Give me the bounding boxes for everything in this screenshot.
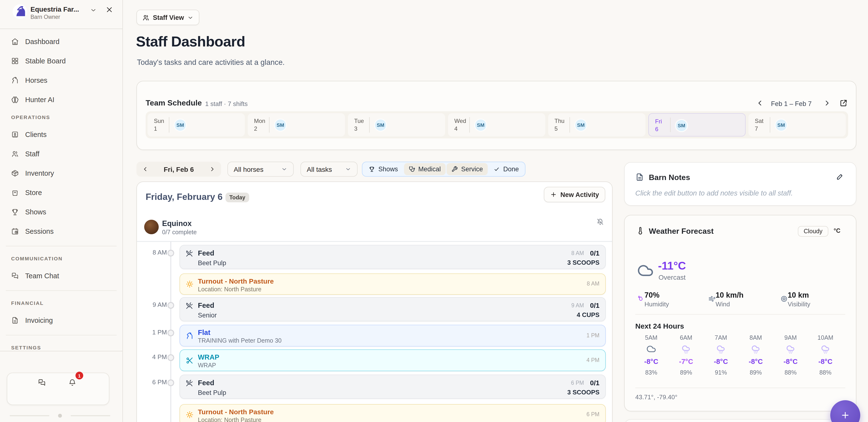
horse-icon [186, 332, 193, 339]
sidebar-item-inventory[interactable]: Inventory [0, 163, 122, 183]
current-temp: -11°C [658, 260, 686, 272]
activity-title: Feed [198, 301, 214, 309]
divider [469, 117, 470, 132]
activity-feed[interactable]: FeedBeet Pulp6 PM0/13 SCOOPS [180, 374, 606, 398]
activity-wrap[interactable]: WRAPWRAP4 PM [180, 350, 606, 371]
day-cell-sat[interactable]: Sat7SM [748, 113, 846, 137]
day-title: Friday, February 6 [146, 192, 223, 202]
day-cell-thu[interactable]: Thu5SM [548, 113, 645, 137]
activity-turnout[interactable]: Turnout - North PastureLocation: North P… [180, 404, 606, 422]
utensils-icon [186, 302, 193, 309]
sun-icon [186, 411, 193, 418]
sidebar-item-stable-board[interactable]: Stable Board [0, 51, 122, 71]
stat-value: 10 km [788, 291, 809, 300]
filter-chip-service[interactable]: Service [446, 163, 488, 175]
filter-chip-medical[interactable]: Medical [404, 163, 445, 175]
activity-time: 6 PM [586, 411, 599, 417]
horse-filter-select[interactable]: All horses [227, 162, 294, 177]
hour-forecast-5am: 5AM-8°C83% [634, 334, 669, 376]
time-label: 8 AM [137, 249, 167, 256]
activity-title: Feed [198, 249, 214, 257]
horse-avatar[interactable] [144, 220, 159, 234]
week-next-icon[interactable] [823, 99, 831, 107]
staff-badge[interactable]: SM [475, 119, 486, 130]
layout-grid-icon [11, 57, 19, 65]
bell-icon[interactable] [68, 379, 76, 387]
sidebar-item-team-chat[interactable]: Team Chat [0, 266, 122, 285]
activity-time: 8 AM [571, 250, 584, 256]
filter-chip-shows[interactable]: Shows [364, 163, 403, 175]
hour-forecast-6am: 6AM-7°C89% [669, 334, 704, 376]
day-cell-wed[interactable]: Wed4SM [448, 113, 545, 137]
weather-card: Weather Forecast Cloudy °C -11°C Overcas… [624, 215, 857, 411]
next-card-sliver [624, 419, 857, 422]
time-group-8am: 8 AMFeedBeet Pulp8 AM0/13 SCOOPSTurnout … [180, 245, 606, 295]
new-activity-button[interactable]: New Activity [544, 187, 605, 202]
sidebar-item-invoicing[interactable]: Invoicing [0, 311, 122, 330]
weather-condition-badge[interactable]: Cloudy [798, 226, 828, 237]
date-nav-label: Fri, Feb 6 [164, 165, 194, 173]
staff-badge[interactable]: SM [375, 119, 386, 130]
activity-count: 0/1 [590, 301, 599, 309]
horse-filter-value: All horses [234, 165, 264, 173]
activity-training[interactable]: FlatTRAINING with Peter Demo 301 PM [180, 325, 606, 346]
brain-icon [11, 96, 19, 103]
date-next-icon[interactable] [209, 166, 215, 172]
horse-name[interactable]: Equinox [162, 219, 192, 228]
sidebar-item-store[interactable]: Store [0, 183, 122, 202]
trophy-icon [11, 208, 19, 216]
sidebar-section-financial: FINANCIAL [11, 300, 44, 306]
sidebar-item-staff[interactable]: Staff [0, 144, 122, 163]
activity-feed[interactable]: FeedSenior9 AM0/14 CUPS [180, 297, 606, 321]
staff-badge[interactable]: SM [676, 120, 687, 131]
sidebar-close-icon[interactable] [105, 6, 113, 13]
week-prev-icon[interactable] [756, 99, 764, 107]
activity-title: Flat [198, 329, 211, 336]
activity-turnout[interactable]: Turnout - North PastureLocation: North P… [180, 273, 606, 295]
divider [770, 117, 770, 132]
messages-icon [11, 272, 19, 280]
task-filter-select[interactable]: All tasks [301, 162, 358, 177]
day-cell-fri[interactable]: Fri6SM [648, 113, 746, 137]
task-filter-value: All tasks [307, 165, 332, 173]
view-switcher-button[interactable]: Staff View [136, 10, 199, 25]
activity-subtitle: TRAINING with Peter Demo 30 [198, 337, 282, 344]
staff-badge[interactable]: SM [275, 119, 286, 130]
hour-forecast-10am: 10AM-8°C88% [808, 334, 843, 376]
activity-feed[interactable]: FeedBeet Pulp8 AM0/13 SCOOPS [180, 245, 606, 269]
time-group-4pm: 4 PMWRAPWRAP4 PM [180, 350, 606, 371]
plus-icon [550, 191, 557, 198]
staff-badge[interactable]: SM [776, 119, 787, 130]
org-chevron-down-icon[interactable] [90, 7, 97, 13]
org-name[interactable]: Equestria Far... [30, 5, 85, 13]
day-cell-sun[interactable]: Sun1SM [148, 113, 245, 137]
handle-dot [58, 414, 62, 418]
activity-title: Feed [198, 379, 214, 386]
sidebar-item-shows[interactable]: Shows [0, 202, 122, 222]
sidebar-item-clients[interactable]: Clients [0, 125, 122, 144]
day-cell-tue[interactable]: Tue3SM [348, 113, 445, 137]
sidebar-item-dashboard[interactable]: Dashboard [0, 32, 122, 51]
stat-label: Visibility [788, 301, 810, 308]
wrench-icon [452, 166, 458, 172]
sidebar-item-horses[interactable]: Horses [0, 71, 122, 90]
filter-chip-done[interactable]: Done [489, 163, 524, 175]
weather-unit[interactable]: °C [834, 228, 840, 234]
cloud-icon [637, 262, 654, 279]
notification-badge: 1 [75, 372, 83, 380]
sidebar-item-sessions[interactable]: Sessions [0, 222, 122, 241]
staff-dashboard-page: Equestria Far... Barn Owner DashboardSta… [0, 0, 868, 422]
task-type-filter-group: ShowsMedicalServiceDone [362, 162, 526, 177]
horse-row: Equinox 0/7 complete [137, 216, 612, 241]
sidebar-item-hunter-ai[interactable]: Hunter AI [0, 90, 122, 109]
staff-badge[interactable]: SM [575, 119, 586, 130]
date-prev-icon[interactable] [142, 166, 149, 172]
edit-pencil-icon[interactable] [836, 173, 844, 181]
chat-bubbles-icon[interactable] [38, 379, 46, 387]
sidebar: Equestria Far... Barn Owner DashboardSta… [0, 0, 123, 422]
bell-off-icon[interactable] [596, 218, 604, 226]
visibility-icon [780, 295, 788, 302]
day-cell-mon[interactable]: Mon2SM [248, 113, 345, 137]
staff-badge[interactable]: SM [175, 119, 186, 130]
open-schedule-icon[interactable] [839, 99, 848, 107]
